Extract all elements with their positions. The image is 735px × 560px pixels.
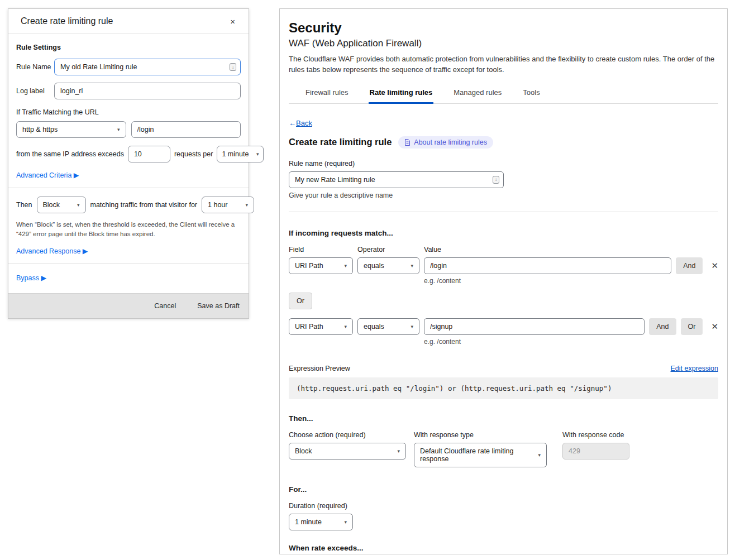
rule-name-label: Rule Name [16, 63, 54, 71]
response-type-value: Default Cloudflare rate limiting respons… [420, 447, 534, 463]
remove-condition-icon[interactable]: ✕ [711, 261, 718, 271]
dialog-header: Create rate limiting rule × [8, 9, 249, 33]
page-subtitle: WAF (Web Application Firewall) [289, 38, 718, 49]
back-link[interactable]: ←Back [289, 119, 312, 127]
action-select[interactable]: Block ▾ [37, 197, 86, 213]
requests-input[interactable] [128, 146, 170, 162]
rule-name-label: Rule name (required) [289, 160, 718, 167]
autofill-icon[interactable]: ↓ [493, 176, 499, 184]
tab-firewall-rules[interactable]: Firewall rules [304, 83, 350, 103]
remove-condition-icon[interactable]: ✕ [711, 322, 718, 332]
scheme-select[interactable]: http & https ▾ [16, 121, 126, 138]
field-select[interactable]: URI Path ▾ [289, 318, 353, 335]
or-button[interactable]: Or [289, 293, 312, 309]
form-title: Create rate limiting rule [289, 137, 392, 147]
about-rate-limiting-badge[interactable]: About rate limiting rules [398, 136, 493, 149]
scheme-select-value: http & https [22, 126, 58, 133]
rule-name-row: Rule Name ↓ [16, 59, 241, 75]
url-input[interactable] [131, 121, 241, 138]
expression-preview-label: Expression Preview [289, 365, 350, 372]
expression-preview-section: Expression Preview Edit expression (http… [289, 365, 718, 399]
chevron-down-icon: ▾ [344, 324, 347, 329]
response-type-col: With response type Default Cloudflare ra… [414, 431, 547, 467]
expression-header: Expression Preview Edit expression [289, 365, 718, 372]
response-code-label: With response code [562, 431, 629, 439]
chevron-down-icon: ▾ [344, 519, 347, 525]
then-row: Then Block ▾ matching traffic from that … [16, 197, 241, 213]
field-select-value: URI Path [295, 323, 323, 331]
response-code-input [562, 443, 629, 460]
duration-value: 1 minute [295, 518, 322, 526]
rule-settings-heading: Rule Settings [16, 44, 241, 51]
rule-name-input[interactable] [54, 59, 241, 75]
back-arrow-icon: ← [289, 119, 296, 127]
tab-managed-rules[interactable]: Managed rules [452, 83, 503, 103]
chevron-down-icon: ▾ [117, 127, 120, 132]
page-description: The Cloudflare WAF provides both automat… [289, 54, 718, 75]
operator-select[interactable]: equals ▾ [357, 257, 419, 274]
value-hint: e.g. /content [424, 338, 718, 346]
chevron-down-icon: ▾ [538, 452, 541, 458]
tab-bar: Firewall rules Rate limiting rules Manag… [289, 83, 718, 104]
rate-heading: When rate exceeds... [289, 544, 718, 552]
tab-rate-limiting-rules[interactable]: Rate limiting rules [369, 83, 434, 104]
save-as-draft-button[interactable]: Save as Draft [197, 302, 240, 310]
operator-select[interactable]: equals ▾ [357, 318, 419, 335]
match-heading: If incoming requests match... [289, 229, 718, 237]
period-select[interactable]: 1 minute ▾ [217, 146, 264, 162]
rule-name-input[interactable] [289, 171, 504, 188]
edit-expression-link[interactable]: Edit expression [671, 365, 718, 372]
condition-row-1: URI Path ▾ equals ▾ And ✕ [289, 257, 718, 274]
dialog-title: Create rate limiting rule [21, 16, 113, 26]
divider [8, 264, 249, 264]
field-select[interactable]: URI Path ▾ [289, 257, 353, 274]
block-note: When “Block” is set, when the threshold … [16, 220, 241, 240]
block-duration-value: 1 hour [208, 201, 227, 209]
close-icon[interactable]: × [229, 17, 236, 26]
threshold-row: from the same IP address exceeds request… [16, 146, 241, 162]
cancel-button[interactable]: Cancel [154, 302, 176, 310]
block-duration-select[interactable]: 1 hour ▾ [202, 197, 254, 213]
chevron-down-icon: ▾ [256, 151, 259, 157]
log-label-label: Log label [16, 87, 54, 95]
period-select-value: 1 minute [222, 150, 249, 158]
duration-select[interactable]: 1 minute ▾ [289, 514, 353, 530]
divider [289, 212, 718, 212]
value-hint: e.g. /content [424, 277, 718, 285]
response-type-label: With response type [414, 431, 547, 439]
and-button[interactable]: And [676, 257, 703, 274]
chevron-down-icon: ▾ [344, 263, 347, 269]
log-label-input[interactable] [54, 83, 241, 99]
page-title: Security [289, 20, 718, 36]
value-input[interactable] [424, 318, 645, 335]
advanced-response-link[interactable]: Advanced Response ▶ [16, 247, 88, 255]
tab-tools[interactable]: Tools [522, 83, 541, 103]
operator-select-value: equals [364, 323, 384, 331]
value-input[interactable] [424, 257, 671, 274]
chevron-down-icon: ▾ [77, 202, 80, 208]
divider [8, 188, 249, 188]
response-type-select[interactable]: Default Cloudflare rate limiting respons… [414, 443, 547, 467]
rule-name-help: Give your rule a descriptive name [289, 192, 718, 199]
value-column-label: Value [424, 246, 441, 253]
bypass-link[interactable]: Bypass ▶ [16, 274, 46, 282]
advanced-criteria-link[interactable]: Advanced Criteria ▶ [16, 171, 79, 179]
or-button[interactable]: Or [681, 318, 703, 335]
choose-action-label: Choose action (required) [289, 431, 406, 439]
and-button[interactable]: And [649, 318, 676, 335]
then-middle: matching traffic from that visitor for [90, 201, 198, 209]
rule-name-input-wrap: ↓ [54, 59, 241, 75]
dialog-body: Rule Settings Rule Name ↓ Log label If T… [8, 33, 249, 293]
choose-action-col: Choose action (required) Block ▾ [289, 431, 406, 467]
autofill-icon[interactable]: ↓ [230, 63, 236, 71]
action-row: Choose action (required) Block ▾ With re… [289, 431, 718, 467]
or-connector: Or [289, 293, 718, 309]
then-label: Then [16, 201, 32, 209]
then-heading: Then... [289, 414, 718, 423]
field-column-label: Field [289, 246, 357, 253]
field-select-value: URI Path [295, 262, 323, 270]
action-select-value: Block [43, 201, 60, 209]
choose-action-select[interactable]: Block ▾ [289, 443, 406, 460]
traffic-matching-heading: If Traffic Matching the URL [16, 108, 241, 116]
chevron-down-icon: ▾ [397, 448, 400, 454]
